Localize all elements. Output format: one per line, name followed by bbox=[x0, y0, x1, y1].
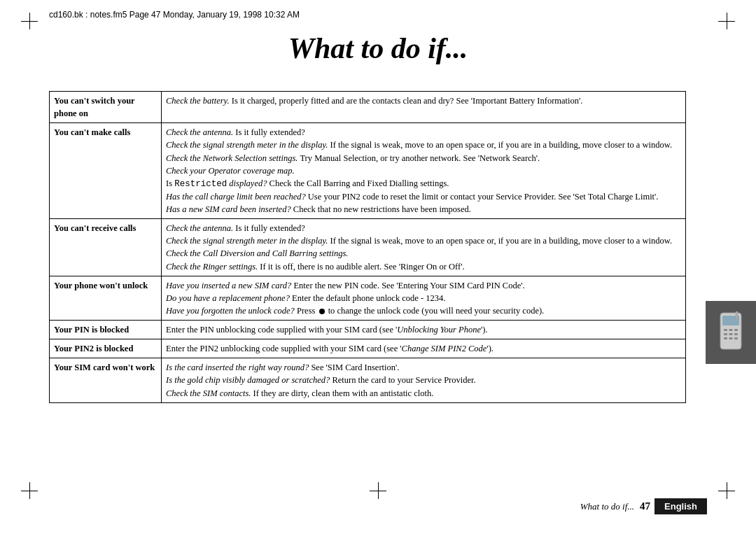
row-label: Your phone won't unlock bbox=[50, 276, 162, 320]
row-content: Check the battery. Is it charged, proper… bbox=[162, 92, 686, 123]
row-label: You can't receive calls bbox=[50, 219, 162, 276]
main-content-area: You can't switch your phone on Check the… bbox=[49, 91, 686, 471]
footer: What to do if... 47 English bbox=[49, 498, 707, 514]
svg-rect-9 bbox=[729, 337, 733, 339]
footer-italic-text: What to do if... bbox=[580, 501, 634, 512]
svg-rect-10 bbox=[734, 337, 738, 339]
header-text: cd160.bk : notes.fm5 Page 47 Monday, Jan… bbox=[49, 10, 707, 20]
bullet-icon bbox=[319, 309, 325, 314]
footer-language-badge: English bbox=[654, 498, 707, 514]
page-title: What to do if... bbox=[0, 31, 756, 65]
row-label: Your SIM card won't work bbox=[50, 358, 162, 402]
phone-icon-area bbox=[706, 301, 756, 364]
crosshair-top-right bbox=[718, 13, 735, 29]
row-content: Have you inserted a new SIM card? Enter … bbox=[162, 276, 686, 320]
troubleshooting-table: You can't switch your phone on Check the… bbox=[49, 91, 686, 403]
table-row: Your phone won't unlock Have you inserte… bbox=[50, 276, 686, 320]
table-row: You can't receive calls Check the antenn… bbox=[50, 219, 686, 276]
svg-rect-11 bbox=[736, 311, 738, 320]
table-row: Your PIN is blocked Enter the PIN unbloc… bbox=[50, 321, 686, 339]
row-label: Your PIN is blocked bbox=[50, 321, 162, 339]
row-content: Check the antenna. Is it fully extended?… bbox=[162, 219, 686, 276]
crosshair-bottom-center bbox=[370, 482, 386, 499]
svg-rect-8 bbox=[724, 337, 727, 339]
row-content: Check the antenna. Is it fully extended?… bbox=[162, 123, 686, 219]
crosshair-top-left bbox=[21, 13, 38, 29]
svg-rect-6 bbox=[729, 333, 733, 335]
row-label: Your PIN2 is blocked bbox=[50, 339, 162, 358]
table-row: Your PIN2 is blocked Enter the PIN2 unbl… bbox=[50, 339, 686, 358]
row-label: You can't make calls bbox=[50, 123, 162, 219]
svg-rect-5 bbox=[724, 333, 727, 335]
table-row: You can't make calls Check the antenna. … bbox=[50, 123, 686, 219]
crosshair-bottom-left bbox=[21, 482, 38, 499]
svg-rect-4 bbox=[734, 329, 738, 331]
row-content: Is the card inserted the right way round… bbox=[162, 358, 686, 402]
svg-rect-3 bbox=[729, 329, 733, 331]
svg-rect-7 bbox=[734, 333, 738, 335]
phone-icon bbox=[718, 311, 744, 353]
svg-rect-2 bbox=[724, 329, 727, 331]
row-content: Enter the PIN unblocking code supplied w… bbox=[162, 321, 686, 339]
table-row: You can't switch your phone on Check the… bbox=[50, 92, 686, 123]
row-label: You can't switch your phone on bbox=[50, 92, 162, 123]
row-content: Enter the PIN2 unblocking code supplied … bbox=[162, 339, 686, 358]
footer-page-number: 47 bbox=[640, 500, 650, 512]
crosshair-bottom-right bbox=[718, 482, 735, 499]
table-row: Your SIM card won't work Is the card ins… bbox=[50, 358, 686, 402]
